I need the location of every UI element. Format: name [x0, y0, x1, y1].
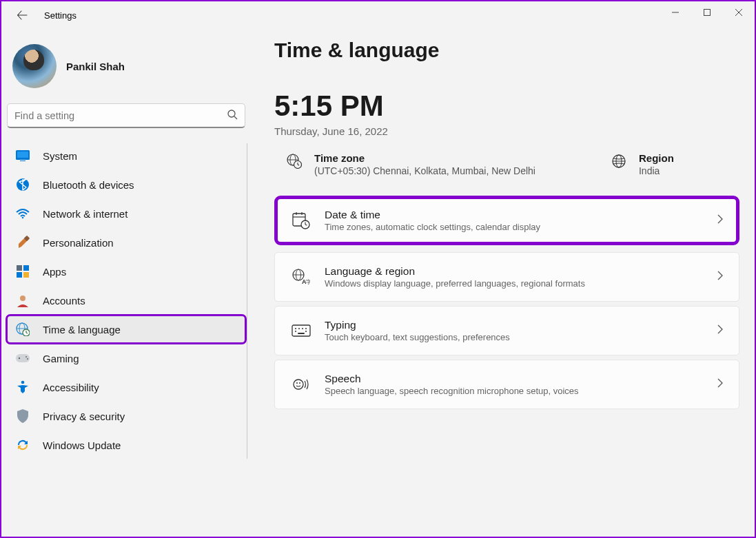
accessibility-icon [15, 380, 30, 395]
sidebar-item-accounts[interactable]: Accounts [7, 287, 245, 314]
svg-point-54 [295, 331, 296, 332]
sidebar-item-bluetooth[interactable]: Bluetooth & devices [7, 171, 245, 198]
svg-rect-7 [17, 152, 28, 158]
sidebar-item-personalization[interactable]: Personalization [7, 229, 245, 256]
svg-point-57 [294, 380, 303, 389]
info-row: Time zone (UTC+05:30) Chennai, Kolkata, … [274, 152, 739, 176]
nav-label: Accessibility [43, 382, 99, 393]
titlebar: Settings [1, 1, 755, 29]
close-button[interactable] [723, 1, 755, 23]
minimize-button[interactable] [660, 1, 691, 23]
svg-point-55 [305, 331, 307, 332]
page-title: Time & language [274, 39, 739, 62]
arrow-left-icon [17, 10, 28, 21]
main-content: Time & language 5:15 PM Thursday, June 1… [251, 29, 755, 537]
date-display: Thursday, June 16, 2022 [274, 125, 739, 137]
back-button[interactable] [12, 6, 32, 25]
nav-label: System [43, 150, 77, 162]
svg-point-58 [296, 382, 298, 384]
nav-list: System Bluetooth & devices Network & int… [7, 142, 245, 459]
minimize-icon [672, 9, 679, 16]
card-speech[interactable]: Speech Speech language, speech recogniti… [274, 360, 739, 409]
svg-rect-13 [23, 265, 29, 271]
chevron-right-icon [717, 271, 724, 283]
sidebar-item-privacy[interactable]: Privacy & security [7, 402, 245, 430]
svg-point-51 [298, 328, 300, 329]
card-desc: Touch keyboard, text suggestions, prefer… [325, 332, 717, 342]
nav-label: Privacy & security [43, 411, 125, 422]
nav-label: Apps [43, 266, 66, 278]
brush-icon [15, 235, 30, 250]
nav-label: Bluetooth & devices [43, 179, 134, 191]
svg-point-16 [20, 296, 25, 301]
search-icon [227, 109, 238, 123]
svg-point-25 [25, 356, 27, 358]
profile-block[interactable]: Pankil Shah [7, 39, 245, 102]
region-info: Region India [611, 152, 674, 176]
svg-line-5 [234, 116, 237, 119]
keyboard-icon [290, 324, 312, 337]
search-box[interactable] [7, 103, 245, 128]
system-icon [15, 148, 30, 163]
svg-rect-1 [704, 10, 711, 16]
search-input[interactable] [14, 110, 227, 121]
card-language-region[interactable]: A字 Language & region Windows display lan… [274, 252, 739, 302]
nav-label: Personalization [43, 237, 114, 249]
card-desc: Windows display language, preferred lang… [325, 278, 717, 289]
gaming-icon [15, 351, 30, 366]
svg-point-52 [302, 328, 303, 329]
sidebar-item-time-language[interactable]: Time & language [7, 315, 245, 343]
svg-point-26 [27, 358, 28, 360]
card-desc: Time zones, automatic clock settings, ca… [325, 222, 717, 232]
region-title: Region [639, 152, 674, 164]
card-title: Speech [325, 373, 717, 385]
svg-point-4 [228, 110, 235, 117]
region-desc: India [639, 165, 674, 176]
window-title: Settings [44, 10, 76, 21]
svg-rect-15 [23, 272, 29, 278]
nav-label: Accounts [43, 295, 85, 307]
speech-icon [290, 376, 312, 393]
svg-point-10 [22, 217, 24, 219]
svg-rect-56 [298, 333, 305, 334]
sidebar-item-system[interactable]: System [7, 142, 245, 169]
card-title: Typing [325, 319, 717, 331]
sidebar-item-windows-update[interactable]: Windows Update [7, 431, 245, 459]
shield-icon [15, 408, 30, 424]
globe-icon [611, 154, 626, 172]
nav-divider [247, 143, 247, 459]
svg-point-50 [295, 328, 296, 329]
sidebar: Pankil Shah System Bluetooth & devices N… [1, 29, 251, 537]
svg-rect-14 [17, 272, 22, 278]
close-icon [735, 9, 742, 16]
card-title: Date & time [325, 209, 717, 221]
maximize-button[interactable] [691, 1, 723, 23]
svg-rect-12 [17, 265, 22, 271]
apps-icon [15, 264, 30, 279]
chevron-right-icon [717, 324, 724, 337]
profile-name: Pankil Shah [66, 61, 125, 72]
card-typing[interactable]: Typing Touch keyboard, text suggestions,… [274, 306, 739, 355]
card-date-time[interactable]: Date & time Time zones, automatic clock … [274, 196, 739, 245]
sidebar-item-gaming[interactable]: Gaming [7, 344, 245, 372]
svg-point-27 [21, 381, 25, 384]
card-desc: Speech language, speech recognition micr… [325, 386, 717, 396]
svg-text:字: 字 [306, 279, 310, 285]
svg-point-59 [299, 382, 300, 384]
card-title: Language & region [325, 265, 717, 278]
calendar-clock-icon [290, 211, 312, 229]
sidebar-item-accessibility[interactable]: Accessibility [7, 373, 245, 401]
window-controls [660, 1, 755, 23]
globe-clock-icon [15, 322, 30, 337]
nav-label: Network & internet [43, 208, 127, 220]
sidebar-item-network[interactable]: Network & internet [7, 200, 245, 227]
nav-label: Windows Update [43, 439, 121, 451]
sidebar-item-apps[interactable]: Apps [7, 258, 245, 285]
language-icon: A字 [290, 269, 312, 285]
update-icon [15, 437, 30, 453]
nav-label: Gaming [43, 353, 79, 364]
bluetooth-icon [15, 177, 30, 192]
wifi-icon [15, 206, 30, 221]
svg-rect-49 [292, 325, 310, 336]
nav-label: Time & language [43, 324, 121, 335]
